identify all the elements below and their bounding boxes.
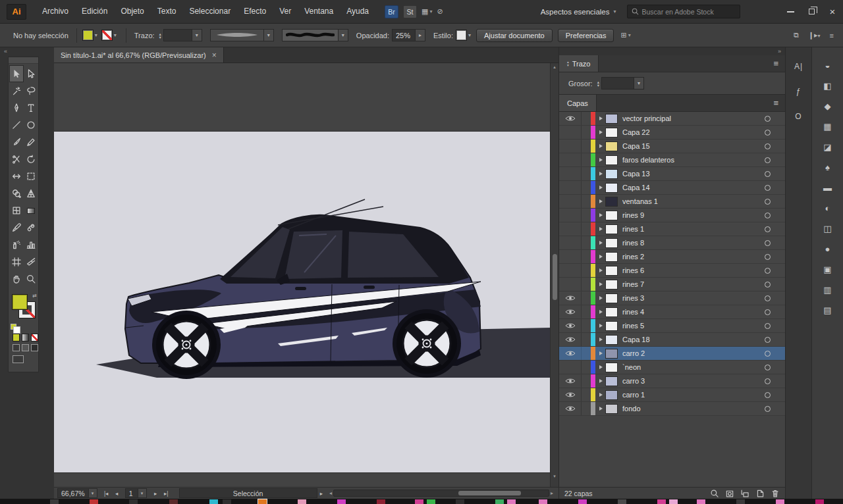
expand-arrow-icon[interactable]: [599, 365, 603, 369]
stock-icon[interactable]: St: [403, 5, 417, 18]
expand-arrow-icon[interactable]: [599, 338, 603, 341]
tool-symbol-sprayer[interactable]: [9, 236, 24, 253]
panel-icon-graphic-styles[interactable]: ▣: [819, 262, 836, 276]
tool-magic-wand[interactable]: [9, 82, 24, 99]
tool-paintbrush[interactable]: [9, 134, 24, 151]
draw-behind-icon[interactable]: [22, 344, 29, 351]
layer-name[interactable]: Capa 22: [622, 128, 765, 136]
layer-row-rines-2[interactable]: rines 2: [559, 250, 785, 264]
tool-rotate[interactable]: [24, 151, 38, 168]
target-circle[interactable]: [765, 185, 771, 191]
tool-zoom[interactable]: [24, 270, 38, 288]
layer-row-carro-3[interactable]: carro 3: [559, 374, 785, 388]
visibility-toggle[interactable]: [559, 250, 582, 263]
layer-name[interactable]: Capa 15: [622, 142, 765, 150]
panel-icon-glyphs[interactable]: ƒ: [790, 84, 807, 99]
panel-menu-icon[interactable]: ≡: [773, 98, 778, 108]
fill-color-swatch[interactable]: [82, 30, 94, 41]
layer-name[interactable]: rines 4: [622, 308, 765, 316]
taskbar-item-14[interactable]: [507, 499, 516, 504]
tool-column-graph[interactable]: [24, 236, 38, 253]
visibility-toggle[interactable]: [559, 402, 582, 415]
layer-name[interactable]: rines 5: [622, 322, 765, 330]
width-profile-combo[interactable]: ▾: [210, 29, 274, 41]
visibility-toggle[interactable]: [559, 319, 582, 332]
expand-arrow-icon[interactable]: [599, 241, 603, 245]
target-circle[interactable]: [765, 365, 771, 370]
tool-direct-selection[interactable]: [24, 65, 38, 82]
layer-name[interactable]: rines 7: [622, 280, 765, 288]
panel-icon-symbols[interactable]: ♠: [819, 160, 836, 174]
tool-mesh[interactable]: [9, 202, 24, 219]
layer-name[interactable]: carro 1: [622, 391, 765, 399]
chevron-down-icon[interactable]: ▾: [95, 32, 97, 38]
menu-objeto[interactable]: Objeto: [114, 0, 150, 23]
visibility-toggle[interactable]: [559, 264, 582, 277]
taskbar-item-2[interactable]: [129, 499, 138, 504]
taskbar-item-7[interactable]: [298, 499, 306, 504]
target-circle[interactable]: [765, 116, 771, 122]
expand-arrow-icon[interactable]: [599, 227, 603, 231]
taskbar-item-0[interactable]: [50, 499, 59, 504]
tool-artboard[interactable]: [9, 253, 24, 270]
tool-slice[interactable]: [24, 253, 38, 270]
target-circle[interactable]: [765, 406, 771, 412]
expand-arrow-icon[interactable]: [599, 255, 603, 259]
toolbar-grip[interactable]: [9, 57, 38, 64]
layer-row-rines-3[interactable]: rines 3: [559, 291, 785, 305]
target-circle[interactable]: [765, 295, 771, 301]
tool-ellipse[interactable]: [24, 116, 38, 134]
expand-arrow-icon[interactable]: [599, 310, 603, 314]
visibility-toggle[interactable]: [559, 139, 582, 153]
layer-row-rines-8[interactable]: rines 8: [559, 236, 785, 250]
layer-name[interactable]: Capa 13: [622, 170, 765, 178]
panel-icon-asset-export[interactable]: ▤: [819, 303, 836, 317]
menu-archivo[interactable]: Archivo: [36, 0, 75, 23]
arrange-documents-icon[interactable]: ▦▾: [422, 7, 432, 16]
first-artboard-button[interactable]: |◂: [101, 490, 111, 497]
expand-arrow-icon[interactable]: [599, 324, 603, 328]
layer-name[interactable]: faros delanteros: [622, 156, 765, 164]
taskbar-item-18[interactable]: [657, 499, 666, 504]
target-circle[interactable]: [765, 323, 771, 329]
panel-icon-opentype[interactable]: O: [790, 109, 807, 124]
chevron-down-icon[interactable]: ▾: [338, 30, 348, 41]
layer-name[interactable]: carro 2: [622, 349, 765, 357]
layer-name[interactable]: ventanas 1: [622, 197, 765, 205]
expand-arrow-icon[interactable]: [599, 116, 603, 120]
taskbar-item-9[interactable]: [377, 499, 385, 504]
visibility-toggle[interactable]: [559, 209, 582, 222]
panel-icon-color-guide[interactable]: ◆: [819, 99, 836, 113]
expand-arrow-icon[interactable]: [599, 172, 603, 176]
panel-icon-color[interactable]: ◧: [819, 78, 836, 93]
illustrator-logo[interactable]: Ai: [7, 4, 26, 20]
panel-icon-swatches[interactable]: ▦: [819, 119, 836, 134]
menu-efecto[interactable]: Efecto: [237, 0, 273, 23]
arrange-icon[interactable]: ⧉: [794, 31, 799, 39]
taskbar-item-11[interactable]: [427, 499, 435, 504]
layer-row-rines-6[interactable]: rines 6: [559, 264, 785, 278]
target-circle[interactable]: [765, 143, 771, 149]
chevron-down-icon[interactable]: ▾: [138, 489, 146, 497]
tool-type[interactable]: [24, 99, 38, 116]
chevron-down-icon[interactable]: ▾: [263, 30, 273, 41]
tool-line-segment[interactable]: [9, 116, 24, 134]
weight-combo[interactable]: ▾: [601, 77, 644, 89]
menu-icon[interactable]: ≡: [830, 32, 834, 39]
clip-mask-icon[interactable]: [725, 489, 734, 498]
panel-icon-brushes[interactable]: ◪: [819, 139, 836, 154]
chevron-down-icon[interactable]: ▾: [192, 30, 202, 41]
layer-name[interactable]: Capa 14: [622, 184, 765, 191]
layer-row-rines-5[interactable]: rines 5: [559, 319, 785, 333]
horizontal-scrollbar[interactable]: ◂ ▸: [329, 490, 553, 497]
tool-blend[interactable]: [24, 219, 38, 236]
layer-row-Capa-18[interactable]: Capa 18: [559, 333, 785, 347]
layer-row-Capa-13[interactable]: Capa 13: [559, 167, 785, 181]
expand-arrow-icon[interactable]: [599, 393, 603, 397]
layer-row-ventanas-1[interactable]: ventanas 1: [559, 195, 785, 209]
layer-row-fondo[interactable]: fondo: [559, 402, 785, 416]
layer-name[interactable]: `neon: [622, 363, 765, 371]
chevron-down-icon[interactable]: ▾: [468, 32, 471, 38]
tool-gradient[interactable]: [24, 202, 38, 219]
fill-color-selector[interactable]: [12, 294, 28, 310]
